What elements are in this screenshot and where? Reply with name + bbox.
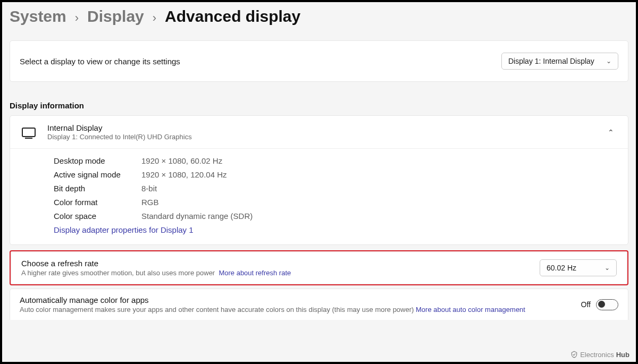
detail-row: Active signal mode 1920 × 1080, 120.04 H… [54, 170, 618, 179]
detail-value: RGB [141, 198, 159, 207]
auto-color-link[interactable]: More about auto color management [416, 306, 525, 314]
page-title: Advanced display [165, 7, 300, 26]
detail-value: 8-bit [141, 184, 157, 193]
detail-row: Desktop mode 1920 × 1080, 60.02 Hz [54, 156, 618, 165]
chevron-up-icon[interactable]: ⌃ [608, 128, 618, 137]
refresh-rate-title: Choose a refresh rate [21, 259, 291, 268]
select-display-value: Display 1: Internal Display [508, 57, 594, 65]
chevron-down-icon: ⌄ [606, 57, 611, 65]
detail-key: Color space [54, 211, 141, 221]
breadcrumb-display[interactable]: Display [87, 7, 144, 26]
auto-color-title: Automatically manage color for apps [20, 295, 525, 304]
detail-key: Color format [54, 198, 141, 207]
display-information-heading: Display information [10, 101, 628, 110]
watermark: Electronics Hub [570, 350, 629, 359]
detail-key: Bit depth [54, 184, 141, 193]
detail-row: Bit depth 8-bit [54, 184, 618, 193]
shield-icon [570, 350, 578, 359]
auto-color-toggle[interactable] [596, 299, 618, 310]
detail-value: 1920 × 1080, 120.04 Hz [141, 170, 227, 179]
breadcrumb-system[interactable]: System [10, 7, 66, 26]
chevron-down-icon: ⌄ [605, 264, 610, 272]
auto-color-desc: Auto color management makes sure your ap… [20, 306, 414, 314]
select-display-card: Select a display to view or change its s… [10, 40, 628, 82]
refresh-rate-link[interactable]: More about refresh rate [219, 269, 291, 277]
detail-value: 1920 × 1080, 60.02 Hz [141, 156, 222, 165]
auto-color-row: Automatically manage color for apps Auto… [10, 289, 628, 320]
display-subtitle: Display 1: Connected to Intel(R) UHD Gra… [47, 133, 598, 141]
select-display-dropdown[interactable]: Display 1: Internal Display ⌄ [501, 53, 618, 70]
chevron-right-icon: › [153, 11, 156, 25]
refresh-rate-desc: A higher rate gives smoother motion, but… [21, 269, 215, 277]
chevron-right-icon: › [75, 11, 79, 25]
detail-row: Color space Standard dynamic range (SDR) [54, 211, 618, 221]
breadcrumb: System › Display › Advanced display [10, 7, 628, 26]
select-display-label: Select a display to view or change its s… [20, 57, 180, 66]
adapter-properties-link[interactable]: Display adapter properties for Display 1 [54, 225, 194, 234]
detail-row: Color format RGB [54, 198, 618, 207]
detail-key: Desktop mode [54, 156, 141, 165]
refresh-rate-highlight: Choose a refresh rate A higher rate give… [10, 250, 628, 285]
refresh-rate-value: 60.02 Hz [547, 264, 576, 272]
display-name: Internal Display [47, 123, 598, 132]
monitor-icon [22, 128, 36, 137]
display-info-header[interactable]: Internal Display Display 1: Connected to… [10, 116, 628, 149]
refresh-rate-row: Choose a refresh rate A higher rate give… [12, 252, 626, 283]
display-info-card: Internal Display Display 1: Connected to… [10, 115, 628, 245]
detail-value: Standard dynamic range (SDR) [141, 211, 253, 221]
display-details: Desktop mode 1920 × 1080, 60.02 Hz Activ… [10, 149, 628, 244]
auto-color-state: Off [581, 300, 591, 309]
toggle-knob [598, 301, 605, 308]
refresh-rate-dropdown[interactable]: 60.02 Hz ⌄ [540, 259, 617, 276]
watermark-text2: Hub [616, 351, 629, 359]
detail-key: Active signal mode [54, 170, 141, 179]
watermark-text1: Electronics [580, 351, 614, 359]
